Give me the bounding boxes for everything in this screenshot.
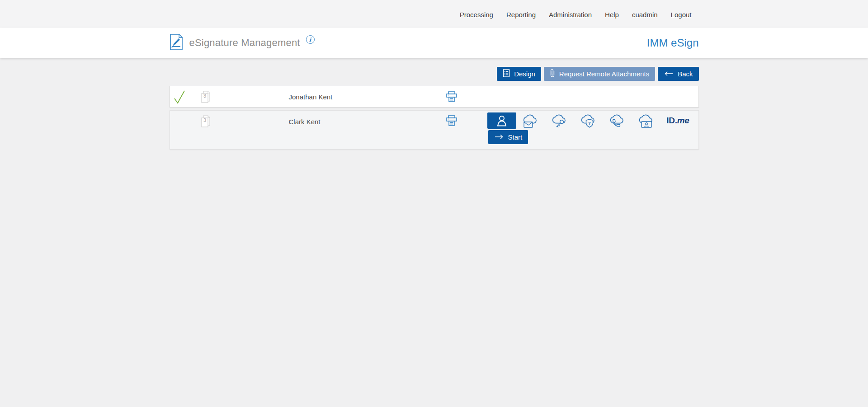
start-arrow-icon <box>494 133 504 141</box>
document-count: 3 <box>201 93 209 98</box>
esignature-document-icon: x <box>170 34 183 52</box>
remote-security-question-shield-icon[interactable]: ? <box>574 113 603 128</box>
document-count: 3 <box>201 117 209 123</box>
idme-icon[interactable]: ID.me <box>661 116 695 126</box>
signed-check-icon <box>174 89 185 106</box>
back-arrow-icon <box>664 70 674 78</box>
remote-access-code-key-icon[interactable] <box>545 113 574 128</box>
paperclip-icon <box>550 69 555 79</box>
nav-administration[interactable]: Administration <box>549 11 592 19</box>
nav-logout[interactable]: Logout <box>671 11 692 19</box>
document-stack-icon[interactable]: 3 <box>200 115 212 128</box>
page-title: eSignature Management <box>189 37 300 49</box>
in-person-signer-icon[interactable] <box>487 112 516 129</box>
back-button-label: Back <box>678 70 693 78</box>
page-header: x eSignature Management i IMM eSign <box>0 28 868 58</box>
idme-label-italic: me <box>677 116 689 125</box>
print-icon[interactable] <box>445 90 458 106</box>
info-icon[interactable]: i <box>306 35 315 44</box>
start-button-label: Start <box>508 133 523 141</box>
shield-question-mark: ? <box>588 121 591 126</box>
signer-name: Jonathan Kent <box>289 93 333 101</box>
remote-email-icon[interactable] <box>516 113 545 128</box>
nav-username[interactable]: cuadmin <box>632 11 658 19</box>
nav-help[interactable]: Help <box>605 11 619 19</box>
remote-photo-id-icon[interactable] <box>632 113 661 128</box>
signer-name: Clark Kent <box>289 118 321 126</box>
request-remote-attachments-button[interactable]: Request Remote Attachments <box>544 67 655 81</box>
nav-processing[interactable]: Processing <box>460 11 493 19</box>
brand-logo: IMM eSign <box>647 37 699 49</box>
nav-reporting[interactable]: Reporting <box>506 11 536 19</box>
signer-row-clark-kent[interactable]: 3 Clark Kent <box>170 110 699 150</box>
design-button-label: Design <box>514 70 535 78</box>
signer-row-jonathan-kent[interactable]: 3 Jonathan Kent <box>170 86 699 108</box>
signing-method-strip: ? <box>487 112 695 129</box>
document-stack-icon[interactable]: 3 <box>200 90 212 104</box>
print-icon[interactable] <box>445 114 458 130</box>
start-button[interactable]: Start <box>488 130 528 144</box>
back-button[interactable]: Back <box>658 67 698 81</box>
idme-label-bold: ID. <box>666 116 677 125</box>
request-remote-attachments-label: Request Remote Attachments <box>559 70 649 78</box>
remote-phone-icon[interactable] <box>603 113 632 128</box>
top-nav-bar: Processing Reporting Administration Help… <box>0 0 868 28</box>
action-toolbar: Design Request Remote Attachments Back <box>170 67 699 81</box>
design-document-icon <box>503 69 510 79</box>
design-button[interactable]: Design <box>497 67 541 81</box>
